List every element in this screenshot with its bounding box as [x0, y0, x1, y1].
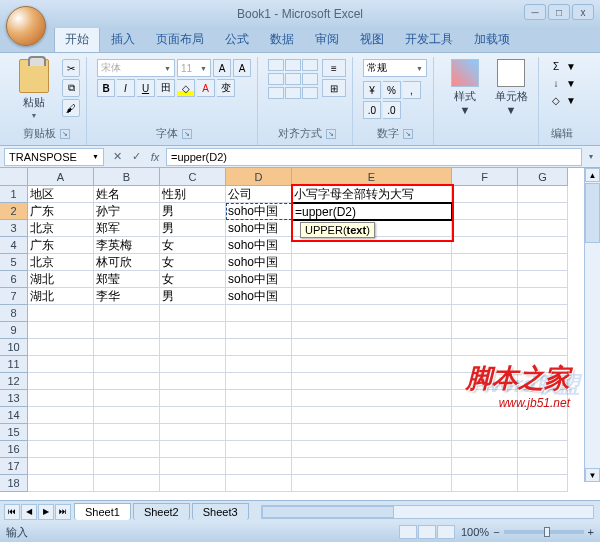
cell[interactable]: [292, 237, 452, 254]
cell[interactable]: [226, 339, 292, 356]
dialog-launcher-icon[interactable]: ↘: [182, 129, 192, 139]
cell[interactable]: [518, 322, 568, 339]
align-middle-button[interactable]: [285, 59, 301, 71]
format-painter-button[interactable]: 🖌: [62, 99, 80, 117]
cell[interactable]: 地区: [28, 186, 94, 203]
col-header-g[interactable]: G: [518, 168, 568, 186]
bold-button[interactable]: B: [97, 79, 115, 97]
cell[interactable]: [226, 458, 292, 475]
cell[interactable]: [292, 441, 452, 458]
cell[interactable]: [452, 441, 518, 458]
dialog-launcher-icon[interactable]: ↘: [326, 129, 336, 139]
cell[interactable]: [226, 305, 292, 322]
cell[interactable]: 湖北: [28, 271, 94, 288]
row-header-9[interactable]: 9: [0, 322, 28, 339]
zoom-out-button[interactable]: −: [493, 526, 499, 538]
cell[interactable]: 姓名: [94, 186, 160, 203]
row-header-2[interactable]: 2: [0, 203, 28, 220]
cancel-formula-button[interactable]: ✕: [108, 148, 126, 166]
cell[interactable]: 女: [160, 254, 226, 271]
percent-button[interactable]: %: [383, 81, 401, 99]
col-header-e[interactable]: E: [292, 168, 452, 186]
grid[interactable]: 地区姓名性别公司小写字母全部转为大写广东孙宁男soho中国北京郑军男soho中国…: [28, 186, 568, 492]
cell[interactable]: [160, 390, 226, 407]
orientation-button[interactable]: [302, 87, 318, 99]
cell[interactable]: [226, 475, 292, 492]
cell[interactable]: soho中国: [226, 254, 292, 271]
cell[interactable]: [452, 424, 518, 441]
cell[interactable]: [160, 424, 226, 441]
cell[interactable]: [28, 339, 94, 356]
cell[interactable]: [28, 407, 94, 424]
cell[interactable]: [518, 203, 568, 220]
cell[interactable]: [292, 339, 452, 356]
enter-formula-button[interactable]: ✓: [127, 148, 145, 166]
cell[interactable]: [292, 356, 452, 373]
scroll-down-button[interactable]: ▼: [585, 468, 600, 482]
cell[interactable]: 北京: [28, 220, 94, 237]
row-header-1[interactable]: 1: [0, 186, 28, 203]
cell[interactable]: [94, 390, 160, 407]
cell[interactable]: [94, 424, 160, 441]
name-box[interactable]: TRANSPOSE▼: [4, 148, 104, 166]
close-button[interactable]: x: [572, 4, 594, 20]
cell[interactable]: 李英梅: [94, 237, 160, 254]
col-header-a[interactable]: A: [28, 168, 94, 186]
office-button[interactable]: [6, 6, 46, 46]
row-header-14[interactable]: 14: [0, 407, 28, 424]
cell[interactable]: 林可欣: [94, 254, 160, 271]
cell[interactable]: [226, 441, 292, 458]
row-header-4[interactable]: 4: [0, 237, 28, 254]
zoom-slider[interactable]: [504, 530, 584, 534]
indent-decrease-button[interactable]: [268, 87, 284, 99]
cell[interactable]: [160, 356, 226, 373]
cell[interactable]: [518, 339, 568, 356]
scroll-up-button[interactable]: ▲: [585, 168, 600, 182]
align-right-button[interactable]: [302, 73, 318, 85]
page-layout-view-button[interactable]: [418, 525, 436, 539]
cell[interactable]: [452, 203, 518, 220]
tab-addins[interactable]: 加载项: [464, 27, 520, 52]
cell[interactable]: [292, 373, 452, 390]
cell[interactable]: [160, 339, 226, 356]
cell[interactable]: [518, 186, 568, 203]
page-break-view-button[interactable]: [437, 525, 455, 539]
tab-home[interactable]: 开始: [54, 26, 100, 52]
cell[interactable]: [28, 441, 94, 458]
cell[interactable]: [452, 339, 518, 356]
cell[interactable]: [160, 475, 226, 492]
cell[interactable]: [94, 322, 160, 339]
cell[interactable]: [292, 305, 452, 322]
cell[interactable]: [160, 441, 226, 458]
cell[interactable]: [292, 458, 452, 475]
cell[interactable]: [518, 288, 568, 305]
horizontal-scrollbar[interactable]: [261, 505, 594, 519]
cell[interactable]: [28, 458, 94, 475]
cell[interactable]: [518, 441, 568, 458]
autosum-button[interactable]: Σ▼: [549, 59, 576, 73]
col-header-d[interactable]: D: [226, 168, 292, 186]
indent-increase-button[interactable]: [285, 87, 301, 99]
cell[interactable]: [518, 305, 568, 322]
sheet-tab-3[interactable]: Sheet3: [192, 503, 249, 520]
vertical-scrollbar[interactable]: ▲ ▼: [584, 168, 600, 482]
cell[interactable]: 公司: [226, 186, 292, 203]
minimize-button[interactable]: ─: [524, 4, 546, 20]
row-header-15[interactable]: 15: [0, 424, 28, 441]
italic-button[interactable]: I: [117, 79, 135, 97]
cells-button[interactable]: 单元格▼: [490, 59, 532, 127]
font-name-combo[interactable]: 宋体▼: [97, 59, 175, 77]
increase-decimal-button[interactable]: .0: [363, 101, 381, 119]
cell[interactable]: [94, 458, 160, 475]
cell[interactable]: [94, 407, 160, 424]
cell[interactable]: [292, 288, 452, 305]
border-button[interactable]: 田: [157, 79, 175, 97]
wrap-text-button[interactable]: ≡: [322, 59, 346, 77]
cell[interactable]: 广东: [28, 237, 94, 254]
cell[interactable]: 湖北: [28, 288, 94, 305]
cell[interactable]: 广东: [28, 203, 94, 220]
fill-color-button[interactable]: ◇: [177, 79, 195, 97]
fill-button[interactable]: ↓▼: [549, 76, 576, 90]
cell[interactable]: [518, 475, 568, 492]
cell[interactable]: [452, 237, 518, 254]
